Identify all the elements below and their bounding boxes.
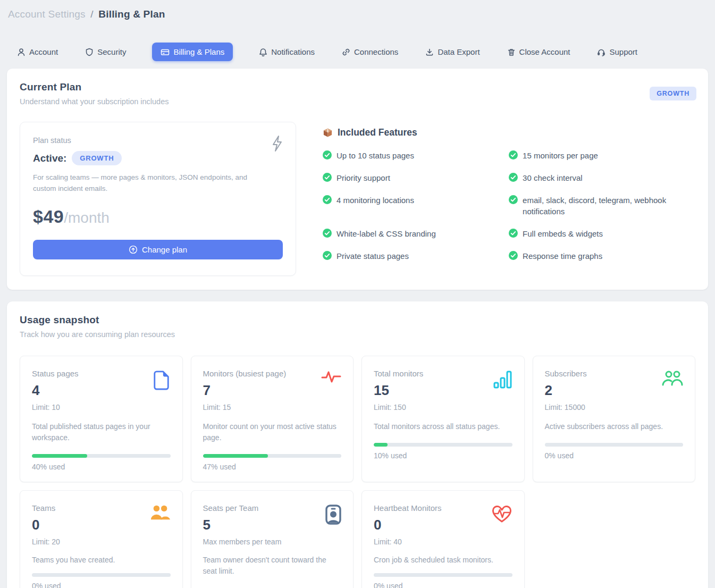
feature-label: 4 monitoring locations — [337, 195, 414, 206]
usage-subtitle: Track how you are consuming plan resourc… — [20, 330, 695, 339]
usage-percent-label: 0% used — [374, 582, 512, 588]
check-icon — [323, 173, 332, 182]
usage-limit: Limit: 15 — [203, 403, 342, 411]
tab-security[interactable]: Security — [84, 43, 127, 61]
usage-label: Teams — [32, 503, 171, 513]
tab-label: Close Account — [519, 47, 570, 56]
feature-item: 4 monitoring locations — [323, 195, 498, 218]
usage-value: 7 — [203, 382, 342, 399]
feature-label: Priority support — [337, 172, 390, 184]
users-filled-icon — [150, 505, 171, 523]
feature-item: Up to 10 status pages — [323, 150, 498, 162]
billing-plan-page: Account Settings / Billing & Plan Accoun… — [0, 0, 715, 588]
feature-item: Full embeds & widgets — [509, 228, 695, 240]
usage-card-seats-per-team: Seats per Team 5 Max members per team Te… — [191, 490, 354, 588]
feature-label: Response time graphs — [523, 250, 602, 262]
check-icon — [323, 251, 332, 260]
shield-icon — [85, 48, 94, 56]
usage-label: Status pages — [32, 369, 171, 378]
usage-card-subscribers: Subscribers 2 Limit: 15000 Active subscr… — [533, 356, 696, 482]
usage-percent-label: 0% used — [545, 451, 684, 460]
usage-progress-fill — [203, 454, 268, 458]
tab-support[interactable]: Support — [596, 43, 638, 61]
usage-limit: Limit: 40 — [374, 537, 512, 546]
check-icon — [509, 229, 518, 238]
settings-tab-bar: Account Security Billing & Plans Notific… — [16, 43, 715, 61]
current-plan-subtitle: Understand what your subscription includ… — [20, 97, 695, 106]
usage-progress-bar — [32, 454, 171, 458]
usage-grid: Status pages 4 Limit: 10 Total published… — [20, 356, 695, 588]
usage-label: Seats per Team — [203, 503, 342, 513]
feature-item: Private status pages — [323, 250, 498, 262]
usage-value: 0 — [32, 517, 171, 533]
bar-chart-icon — [493, 370, 512, 391]
usage-progress-bar — [374, 443, 512, 447]
headset-icon — [597, 48, 605, 56]
plan-growth-pill: GROWTH — [72, 151, 122, 165]
check-icon — [509, 251, 518, 260]
download-icon — [425, 48, 434, 56]
tab-label: Connections — [354, 47, 398, 56]
link-icon — [342, 48, 350, 56]
plan-price-period: /month — [64, 209, 110, 226]
usage-card-monitors-busiest: Monitors (busiest page) 7 Limit: 15 Moni… — [191, 356, 354, 482]
check-icon — [323, 229, 332, 238]
usage-progress-bar — [32, 573, 171, 577]
tab-notifications[interactable]: Notifications — [258, 43, 316, 61]
feature-label: Full embeds & widgets — [523, 228, 603, 240]
usage-description: Monitor count on your most active status… — [203, 421, 342, 443]
usage-limit: Limit: 20 — [32, 537, 171, 546]
usage-progress-fill — [32, 454, 87, 458]
feature-item: Priority support — [323, 172, 498, 184]
usage-card-teams: Teams 0 Limit: 20 Teams you have created… — [20, 490, 183, 588]
check-icon — [323, 150, 332, 159]
usage-percent-label: 10% used — [374, 451, 512, 460]
usage-snapshot-section: Usage snapshot Track how you are consumi… — [7, 301, 708, 588]
usage-card-status-pages: Status pages 4 Limit: 10 Total published… — [20, 356, 183, 482]
usage-percent-label: 47% used — [203, 463, 342, 471]
package-icon — [323, 128, 333, 138]
change-plan-button[interactable]: Change plan — [33, 240, 283, 259]
check-icon — [509, 150, 518, 159]
feature-item: 15 monitors per page — [509, 150, 695, 162]
bell-icon — [259, 48, 267, 56]
feature-item: 30 check interval — [509, 172, 695, 184]
plan-status-card: Plan status Active: GROWTH For scaling t… — [20, 122, 296, 276]
breadcrumb-separator: / — [90, 9, 93, 20]
tab-label: Data Export — [438, 47, 480, 56]
features-title: Included Features — [338, 127, 417, 138]
usage-value: 15 — [374, 382, 512, 399]
upgrade-arrow-icon — [129, 245, 138, 254]
credit-card-icon — [161, 48, 170, 56]
tab-billing-plans[interactable]: Billing & Plans — [152, 43, 233, 61]
usage-progress-bar — [203, 454, 342, 458]
check-icon — [323, 195, 332, 204]
usage-percent-label: 40% used — [32, 463, 171, 471]
heart-pulse-icon — [491, 505, 512, 526]
tab-label: Support — [609, 47, 637, 56]
file-icon — [153, 370, 171, 392]
feature-label: 15 monitors per page — [523, 150, 598, 162]
tab-connections[interactable]: Connections — [341, 43, 399, 61]
change-plan-label: Change plan — [142, 245, 187, 254]
person-icon — [17, 48, 26, 56]
feature-label: email, slack, discord, telegram, webhook… — [523, 195, 682, 218]
page-title: Billing & Plan — [98, 9, 165, 20]
tab-account[interactable]: Account — [16, 43, 59, 61]
breadcrumb-section[interactable]: Account Settings — [8, 9, 86, 20]
usage-value: 5 — [203, 517, 342, 533]
usage-card-total-monitors: Total monitors 15 Limit: 150 Total monit… — [361, 356, 525, 482]
tab-close-account[interactable]: Close Account — [506, 43, 571, 61]
tab-data-export[interactable]: Data Export — [424, 43, 481, 61]
users-outline-icon — [662, 370, 683, 389]
check-icon — [509, 195, 518, 204]
feature-item: email, slack, discord, telegram, webhook… — [509, 195, 695, 218]
plan-price-amount: $49 — [33, 206, 64, 227]
usage-label: Total monitors — [374, 369, 512, 378]
tab-label: Account — [29, 47, 58, 56]
feature-label: Up to 10 status pages — [337, 150, 414, 162]
feature-item: White-label & CSS branding — [323, 228, 498, 240]
usage-percent-label: 0% used — [32, 582, 171, 588]
feature-item: Response time graphs — [509, 250, 695, 262]
usage-progress-bar — [374, 573, 512, 577]
